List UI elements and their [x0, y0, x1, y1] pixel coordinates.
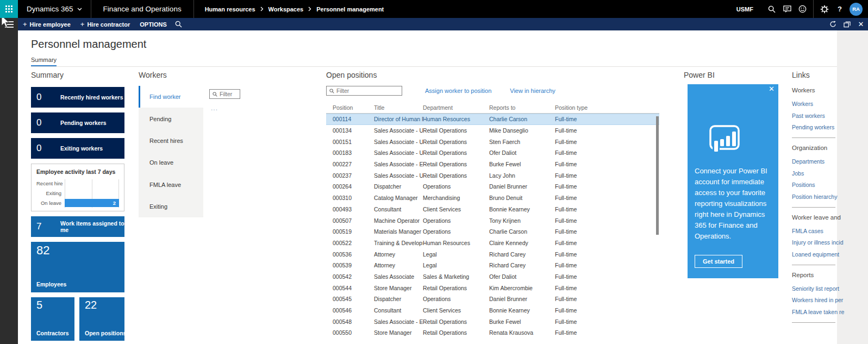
table-row[interactable]: 000546ConsultantClient ServicesBonnie Ke…: [326, 305, 659, 316]
workers-nav-pending[interactable]: Pending: [139, 108, 203, 129]
tab-summary[interactable]: Summary: [31, 57, 57, 66]
suite-name[interactable]: Finance and Operations: [91, 0, 194, 18]
workers-nav-exiting[interactable]: Exiting: [139, 196, 203, 217]
app-launcher-button[interactable]: [0, 0, 18, 18]
table-row[interactable]: 000539AttorneyLegalRichard CareyFull-tim…: [326, 260, 659, 271]
table-row[interactable]: 000522Training & Developme...Human Resou…: [326, 237, 659, 249]
table-row[interactable]: 000544Store ManagerRetail OperationsKim …: [326, 282, 659, 293]
column-header-title[interactable]: Title: [374, 104, 423, 111]
close-icon[interactable]: ✕: [769, 85, 775, 93]
link-seniority-list-report[interactable]: Seniority list report: [792, 285, 838, 292]
plus-icon: +: [80, 21, 85, 28]
action-search-button[interactable]: [172, 18, 186, 30]
link-workers-hired-in-per[interactable]: Workers hired in per: [792, 297, 838, 303]
worker-filter-input[interactable]: [220, 91, 237, 97]
table-row[interactable]: 000183Sales Associate - USA ...Retail Op…: [326, 147, 659, 159]
view-in-hierarchy-link[interactable]: View in hierarchy: [510, 87, 555, 94]
column-header-department[interactable]: Department: [423, 104, 489, 111]
tile-contractors[interactable]: 5 Contractors: [31, 297, 74, 341]
table-cell: Client Services: [423, 206, 489, 212]
link-positions[interactable]: Positions: [792, 182, 838, 188]
close-button[interactable]: ✕: [854, 18, 868, 30]
table-row[interactable]: 000227Sales Associate - EuropeRetail Ope…: [326, 159, 659, 170]
feedback-button[interactable]: [779, 0, 795, 18]
table-row[interactable]: 000310Catalog ManagerMerchandisingBruno …: [326, 192, 659, 204]
column-header-reports-to[interactable]: Reports to: [489, 104, 555, 111]
sentiment-button[interactable]: [795, 0, 810, 18]
options-label: OPTIONS: [140, 21, 167, 28]
positions-filter-box[interactable]: [326, 86, 402, 96]
table-cell: Operations: [423, 183, 489, 190]
table-row[interactable]: 000550Store ManagerRetail OperationsRena…: [326, 327, 659, 339]
column-header-position[interactable]: Position: [326, 104, 374, 111]
link-injury-or-illness-incid[interactable]: Injury or illness incid: [792, 239, 838, 246]
link-past-workers[interactable]: Past workers: [792, 112, 838, 119]
chart-plot-area: 2: [65, 179, 119, 209]
refresh-button[interactable]: [826, 18, 840, 30]
tile-exiting-workers[interactable]: 0 Exiting workers: [31, 138, 124, 159]
summary-section: Summary 0 Recently hired workers 0 Pendi…: [31, 71, 129, 341]
table-row[interactable]: 000545DispatcherOperationsDaniel Brunner…: [326, 293, 659, 305]
tile-work-items[interactable]: 7 Work items assigned to me: [31, 216, 124, 237]
workers-nav-fmla-leave[interactable]: FMLA leave: [139, 174, 203, 196]
breadcrumb-item[interactable]: Personnel management: [316, 6, 384, 12]
table-row[interactable]: 000542Sales AssociateSales & MarketingOf…: [326, 271, 659, 283]
settings-button[interactable]: [817, 0, 832, 18]
worker-filter-box[interactable]: [209, 89, 240, 99]
tile-pending-workers[interactable]: 0 Pending workers: [31, 112, 124, 133]
table-cell: Operations: [423, 217, 489, 224]
link-pending-workers[interactable]: Pending workers: [792, 124, 838, 130]
table-cell: Full-time: [555, 161, 659, 167]
link-departments[interactable]: Departments: [792, 158, 838, 165]
workers-nav-on-leave[interactable]: On leave: [139, 152, 203, 173]
table-cell: 000522: [326, 240, 374, 246]
table-cell: 000546: [326, 307, 374, 314]
table-cell: 000114: [326, 116, 374, 122]
link-fmla-cases[interactable]: FMLA cases: [792, 228, 838, 234]
table-row[interactable]: 000114Director of Human Res...Human Reso…: [326, 114, 659, 125]
breadcrumb-item[interactable]: Human resources: [205, 6, 255, 12]
link-workers[interactable]: Workers: [792, 101, 838, 107]
tile-open-positions[interactable]: 22 Open positions: [79, 297, 124, 341]
column-header-position-type[interactable]: Position type: [555, 104, 659, 111]
hire-contractor-button[interactable]: + Hire contractor: [76, 18, 135, 30]
get-started-button[interactable]: Get started: [695, 255, 742, 268]
avatar[interactable]: RA: [850, 3, 863, 16]
powerbi-heading: Power BI: [684, 71, 783, 79]
assign-worker-link[interactable]: Assign worker to position: [425, 87, 491, 94]
table-row[interactable]: 000264DispatcherOperationsDaniel Brunner…: [326, 181, 659, 192]
breadcrumb-item[interactable]: Workspaces: [268, 6, 304, 12]
table-cell: Legal: [423, 262, 489, 268]
link-fmla-leave-taken-re[interactable]: FMLA leave taken re: [792, 309, 838, 315]
chevron-down-icon: [77, 8, 82, 11]
tile-employees[interactable]: 82 Employees: [31, 242, 124, 292]
links-group-title: Organization: [792, 145, 838, 151]
table-row[interactable]: 000548Sales Associate - EuropeRetail Ope…: [326, 316, 659, 327]
company-selector[interactable]: USMF: [736, 6, 753, 12]
table-cell: Full-time: [555, 228, 659, 235]
link-jobs[interactable]: Jobs: [792, 170, 838, 177]
table-row[interactable]: 000134Sales Associate - USA ...Retail Op…: [326, 125, 659, 136]
hire-employee-button[interactable]: + Hire employee: [18, 18, 76, 30]
table-row[interactable]: 000536AttorneyLegalRichard CareyFull-tim…: [326, 248, 659, 260]
table-cell: 000264: [326, 183, 374, 190]
dynamics-home-button[interactable]: Dynamics 365: [18, 0, 91, 18]
open-in-new-window-button[interactable]: [840, 18, 854, 30]
table-row[interactable]: 000519Materials ManagerOperationsCharlie…: [326, 226, 659, 237]
workers-nav-find-worker[interactable]: Find worker: [139, 86, 203, 108]
tile-recently-hired-workers[interactable]: 0 Recently hired workers: [31, 87, 124, 108]
vertical-scrollbar[interactable]: [656, 116, 659, 235]
link-loaned-equipment[interactable]: Loaned equipment: [792, 251, 838, 258]
table-cell: Full-time: [555, 116, 659, 122]
table-row[interactable]: 000237Sales Associate - USA ...Retail Op…: [326, 170, 659, 181]
help-button[interactable]: ?: [832, 0, 847, 18]
table-row[interactable]: 000493ConsultantClient ServicesBonnie Ke…: [326, 204, 659, 215]
table-row[interactable]: 000151Sales Associate - USA ...Retail Op…: [326, 136, 659, 147]
search-button[interactable]: [764, 0, 779, 18]
positions-filter-input[interactable]: [336, 87, 399, 94]
options-menu-button[interactable]: OPTIONS: [135, 18, 172, 30]
more-options-button[interactable]: ...: [211, 104, 218, 112]
link-position-hierarchy[interactable]: Position hierarchy: [792, 193, 838, 200]
table-row[interactable]: 000507Machine OperatorOperationsTony Kri…: [326, 215, 659, 226]
workers-nav-recent-hires[interactable]: Recent hires: [139, 130, 203, 152]
